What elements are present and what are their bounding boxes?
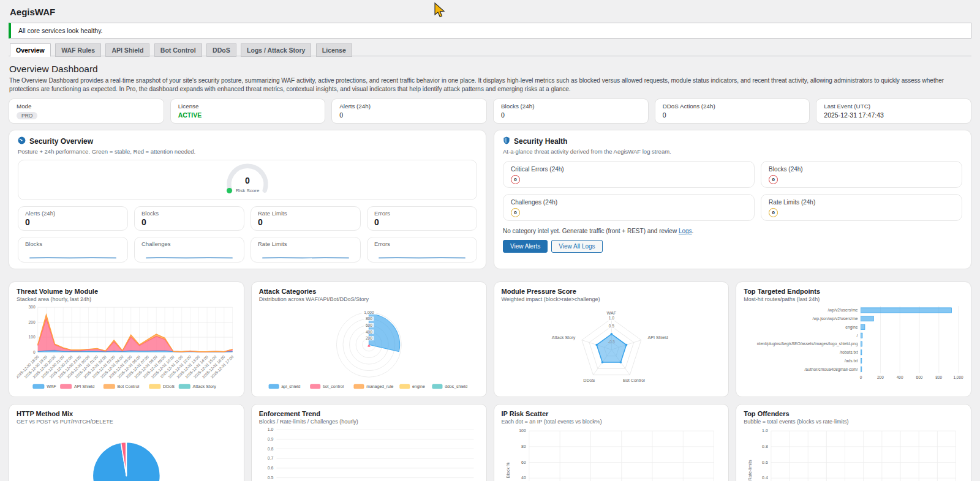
svg-text:DDoS: DDoS bbox=[583, 378, 595, 383]
mini-label: Alerts (24h) bbox=[25, 210, 121, 217]
svg-text:800: 800 bbox=[936, 376, 943, 380]
mini-card-alerts: Alerts (24h) 0 bbox=[18, 206, 128, 231]
health-label: Critical Errors (24h) bbox=[511, 166, 747, 173]
count-badge: 0 bbox=[511, 175, 520, 184]
logs-link[interactable]: Logs bbox=[679, 228, 692, 234]
svg-text:engine: engine bbox=[846, 325, 858, 330]
svg-text:managed_rule: managed_rule bbox=[366, 384, 393, 389]
svg-text:1.0: 1.0 bbox=[268, 427, 274, 431]
notice-text: All core services look healthy. bbox=[18, 27, 103, 34]
sparkline-svg bbox=[141, 249, 237, 261]
sparkline-card-blocks: Blocks bbox=[18, 237, 128, 263]
mini-card-errors: Errors 0 bbox=[367, 206, 477, 231]
svg-text:/author/cmoua408gmail-com/: /author/cmoua408gmail-com/ bbox=[805, 367, 858, 372]
ip-risk-scatter-chart: 02040608010002004006008001,0001,200Block… bbox=[502, 426, 722, 481]
chart-svg: WAFAPI ShieldBot ControlDDoSAttack Story… bbox=[502, 304, 722, 391]
health-card-challenges: Challenges (24h) 0 bbox=[503, 194, 755, 221]
view-all-logs-button[interactable]: View All Logs bbox=[551, 240, 602, 253]
shield-icon bbox=[503, 136, 510, 146]
stat-label: Alerts (24h) bbox=[339, 103, 479, 110]
svg-text:1.0: 1.0 bbox=[762, 428, 768, 433]
health-card-blocks: Blocks (24h) 0 bbox=[761, 161, 962, 188]
svg-text:WAF: WAF bbox=[47, 384, 56, 389]
stat-card-alerts: Alerts (24h) 0 bbox=[331, 99, 487, 124]
svg-text:1.0: 1.0 bbox=[608, 316, 614, 321]
stat-cards-row: Mode PRO License ACTIVE Alerts (24h) 0 B… bbox=[9, 99, 971, 124]
tab-ddos[interactable]: DDoS bbox=[206, 43, 236, 57]
svg-text:bot_control: bot_control bbox=[323, 384, 344, 389]
spark-label: Rate Limits bbox=[258, 240, 353, 247]
svg-text:0.5: 0.5 bbox=[608, 324, 614, 329]
svg-text:1,000: 1,000 bbox=[954, 376, 963, 380]
count-badge: 0 bbox=[769, 208, 778, 217]
stat-label: Last Event (UTC) bbox=[824, 103, 963, 110]
chart-subtitle: Bubble = total events (blocks vs rate-li… bbox=[744, 419, 963, 425]
tab-logs-attack-story[interactable]: Logs / Attack Story bbox=[241, 43, 311, 57]
chart-card-module-pressure: Module Pressure Score Weighted impact (b… bbox=[494, 282, 729, 397]
chart-card-enforcement-trend: Enforcement Trend Blocks / Rate-limits /… bbox=[251, 404, 487, 481]
mini-value: 0 bbox=[141, 217, 237, 227]
chart-subtitle: Stacked area (hourly, last 24h) bbox=[17, 296, 236, 302]
dashboard-description: The Overview Dashboard provides a real-t… bbox=[9, 76, 971, 94]
pro-badge: PRO bbox=[17, 112, 37, 119]
mini-card-rate-limits: Rate Limits 0 bbox=[251, 206, 361, 231]
svg-text:0.5: 0.5 bbox=[268, 475, 274, 480]
sparkline-card-challenges: Challenges bbox=[134, 237, 244, 263]
stat-value: 0 bbox=[501, 111, 641, 119]
sparkline-card-errors: Errors bbox=[367, 237, 477, 263]
stat-value: 2025-12-31 17:47:43 bbox=[824, 111, 963, 119]
tab-bot-control[interactable]: Bot Control bbox=[154, 43, 202, 57]
enforcement-trend-chart: 1.00.90.80.70.60.50.40.30.20.10 bbox=[259, 426, 479, 481]
svg-text:/ads.txt: /ads.txt bbox=[845, 359, 858, 363]
svg-text:80: 80 bbox=[521, 444, 526, 449]
stat-label: License bbox=[178, 103, 318, 110]
svg-text:0.9: 0.9 bbox=[268, 437, 274, 441]
chart-card-attack-categories: Attack Categories Distribution across WA… bbox=[251, 282, 487, 397]
chart-svg: GETSCANHEADPOST bbox=[17, 426, 236, 481]
panel-title: Security Overview bbox=[29, 137, 93, 146]
svg-text:ntent/plugins/AegisSEO/assets/: ntent/plugins/AegisSEO/assets/images/log… bbox=[757, 342, 858, 347]
svg-text:Rate-limits: Rate-limits bbox=[748, 460, 753, 480]
sparkline-card-rate-limits: Rate Limits bbox=[251, 237, 361, 263]
chart-card-ip-risk-scatter: IP Risk Scatter Each dot = an IP (total … bbox=[494, 404, 729, 481]
svg-text:0.6: 0.6 bbox=[268, 466, 274, 470]
svg-text:1,000: 1,000 bbox=[364, 310, 374, 315]
tab-waf-rules[interactable]: WAF Rules bbox=[55, 43, 101, 57]
svg-text:engine: engine bbox=[412, 384, 425, 389]
license-status: ACTIVE bbox=[178, 111, 202, 119]
chart-subtitle: Blocks / Rate-limits / Challenges (hourl… bbox=[259, 419, 479, 425]
svg-text:/wp-json/wp/v2/users/me: /wp-json/wp/v2/users/me bbox=[813, 317, 858, 322]
chart-title: Top Targeted Endpoints bbox=[744, 288, 963, 295]
gauge-status-dot bbox=[227, 188, 232, 193]
mini-stats-row: Alerts (24h) 0 Blocks 0 Rate Limits 0 Er… bbox=[18, 206, 477, 231]
intel-note: No category intel yet. Generate traffic … bbox=[503, 228, 962, 234]
chart-svg: 00.20.40.60.81.000.10.20.30.40.50.60.70.… bbox=[744, 426, 963, 481]
mini-value: 0 bbox=[25, 217, 121, 227]
admin-page: AegisWAF All core services look healthy.… bbox=[0, 0, 980, 481]
health-label: Blocks (24h) bbox=[769, 166, 954, 173]
tab-api-shield[interactable]: API Shield bbox=[105, 43, 149, 57]
svg-text:400: 400 bbox=[366, 330, 372, 334]
svg-text:0.8: 0.8 bbox=[268, 447, 274, 451]
sparkline-svg bbox=[374, 249, 470, 261]
svg-text:0: 0 bbox=[860, 376, 862, 380]
view-alerts-button[interactable]: View Alerts bbox=[503, 240, 548, 253]
chart-title: HTTP Method Mix bbox=[17, 410, 236, 417]
svg-text:ddos_shield: ddos_shield bbox=[445, 384, 467, 389]
svg-text:Bot Control: Bot Control bbox=[118, 384, 140, 389]
svg-text:api_shield: api_shield bbox=[281, 384, 300, 389]
tab-license[interactable]: License bbox=[316, 43, 352, 57]
panel-subtitle: At-a-glance threat activity derived from… bbox=[503, 148, 962, 155]
chart-title: Enforcement Trend bbox=[259, 410, 479, 417]
risk-score-gauge: 0 Risk Score bbox=[18, 160, 477, 200]
chart-svg: 02040608010002004006008001,0001,200Block… bbox=[502, 426, 722, 481]
chart-title: Top Offenders bbox=[744, 410, 963, 417]
health-label: Rate Limits (24h) bbox=[769, 199, 954, 206]
http-method-mix-chart: GETSCANHEADPOST bbox=[17, 426, 236, 481]
svg-text:400: 400 bbox=[897, 376, 903, 380]
chart-svg: 01002003002025-12-30 18:002025-12-30 19:… bbox=[17, 304, 236, 391]
svg-text:DDoS: DDoS bbox=[163, 384, 175, 389]
chart-svg: 2004006008001,000api_shieldbot_controlma… bbox=[259, 304, 479, 391]
tab-overview[interactable]: Overview bbox=[10, 43, 51, 57]
panels-row: Security Overview Posture + 24h performa… bbox=[9, 130, 971, 269]
